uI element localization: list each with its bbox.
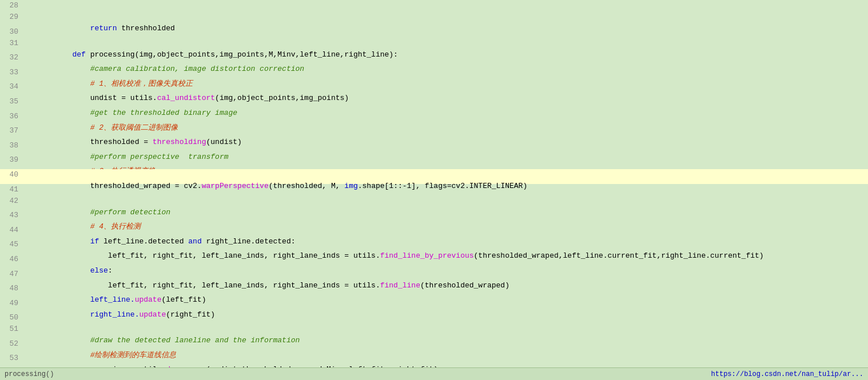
line-number: 33 [0,67,23,78]
code-line-highlighted: 40 thresholded_wraped = cv2.warpPerspect… [0,169,868,184]
line-number: 28 [0,0,23,11]
code-line: 34 undist = utils.cal_undistort(img,obje… [0,81,868,96]
code-line: 29 return threshholded [0,11,868,26]
editor-container: 28 29 return threshholded 30 31 def proc… [0,0,868,380]
code-line: 35 #get the thresholded binary image [0,96,868,111]
line-number: 43 [0,210,23,221]
code-line: 46 else: [0,254,868,269]
line-number: 39 [0,154,23,166]
status-bar: processing() https://blog.csdn.net/nan_t… [0,367,868,380]
code-line: 28 [0,0,868,11]
code-line: 49 right_line.update(right_fit) [0,298,868,313]
code-line: 43 # 4、执行检测 [0,210,868,225]
code-area: 28 29 return threshholded 30 31 def proc… [0,0,868,367]
status-right: https://blog.csdn.net/nan_tulip/ar... [711,370,863,378]
line-number: 48 [0,283,23,294]
code-line: 39 # 3、执行透视变换 [0,154,868,169]
line-number: 45 [0,239,23,250]
line-number: 35 [0,96,23,107]
line-number: 44 [0,225,23,236]
code-line: 41 [0,184,868,195]
status-left: processing() [5,370,54,378]
line-number: 38 [0,140,23,151]
line-number: 49 [0,298,23,309]
line-content: area_img = utils.draw_area(undist,thresh… [34,353,868,367]
line-number: 29 [0,11,23,23]
line-number: 52 [0,338,23,350]
code-line: 47 left_fit, right_fit, left_lane_inds, … [0,269,868,283]
line-number: 46 [0,254,23,265]
code-line: 38 #perform perspective transform [0,140,868,155]
code-line: 32 #camera calibration, image distortion… [0,52,868,67]
line-number: 51 [0,323,23,335]
code-line: 44 if left_line.detected and right_line.… [0,225,868,239]
code-line: 52 #绘制检测到的车道线信息 [0,338,868,353]
line-number: 41 [0,184,23,195]
code-line: 51 #draw the detected laneline and the i… [0,323,868,338]
code-line: 48 left_line.update(left_fit) [0,283,868,298]
line-number: 34 [0,81,23,93]
code-line: 31 def processing(img,object_points,img_… [0,38,868,53]
line-number: 36 [0,111,23,122]
code-line: 36 # 2、获取阈值二进制图像 [0,111,868,126]
code-line: 30 [0,26,868,38]
code-line: 33 # 1、相机校准，图像失真校正 [0,67,868,82]
line-number: 31 [0,38,23,49]
line-number: 40 [0,169,23,181]
code-line: 50 [0,312,868,323]
code-line: 42 #perform detection [0,195,868,210]
code-line: 37 thresholded = thresholding(undist) [0,125,868,140]
code-line: 53 area_img = utils.draw_area(undist,thr… [0,353,868,367]
line-number: 30 [0,26,23,38]
line-number: 32 [0,52,23,63]
line-number: 47 [0,269,23,280]
line-number: 42 [0,195,23,207]
line-number: 37 [0,125,23,137]
line-number: 50 [0,312,23,323]
code-line: 45 left_fit, right_fit, left_lane_inds, … [0,239,868,254]
line-number: 53 [0,353,23,364]
